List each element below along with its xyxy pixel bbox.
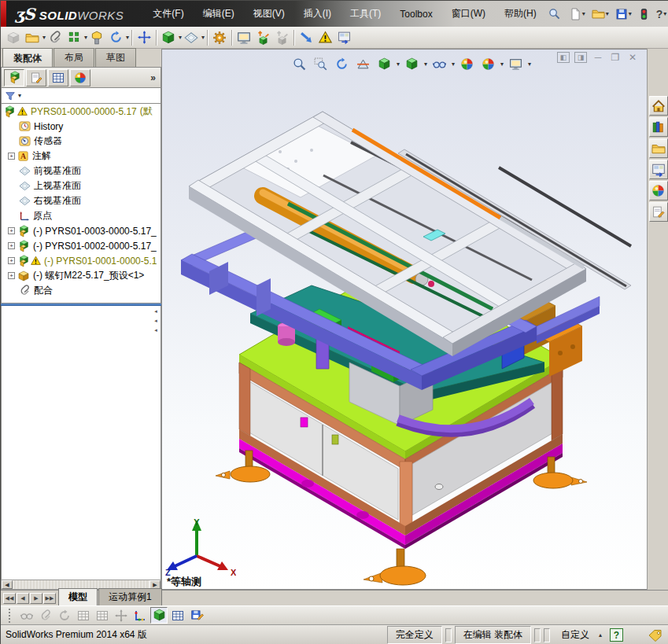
playback-lines-button[interactable] xyxy=(75,607,92,624)
doc-restore-icon[interactable]: ❐ xyxy=(609,52,622,63)
chevron-down-icon[interactable]: ▾ xyxy=(500,61,504,68)
tree-item-subassembly-0003[interactable]: +(-) PYRS01-0003-0000-5.17_ xyxy=(2,223,161,238)
tab-motion-study-1[interactable]: 运动算例1 xyxy=(98,588,162,605)
chevron-down-icon[interactable]: ▾ xyxy=(663,10,666,17)
tree-item-annotations[interactable]: +注解 xyxy=(2,149,161,164)
tree-item-mates[interactable]: 配合 xyxy=(2,283,161,298)
linear-component-pattern-button[interactable] xyxy=(65,28,83,47)
apply-scene-button[interactable] xyxy=(478,54,497,73)
tree-item-top-plane[interactable]: 上视基准面 xyxy=(2,178,161,193)
filter-funnel-icon[interactable] xyxy=(5,90,16,101)
tab-layout[interactable]: 布局 xyxy=(54,48,94,67)
reference-geometry-button[interactable] xyxy=(182,28,201,47)
tree-item-history[interactable]: History xyxy=(2,119,161,134)
save-animation-button[interactable] xyxy=(188,607,205,624)
menu-edit[interactable]: 编辑(E) xyxy=(194,4,243,24)
tree-item-subassembly-0002[interactable]: +(-) PYRS01-0002-0000-5.17_ xyxy=(2,238,161,253)
tree-item-front-plane[interactable]: 前视基准面 xyxy=(2,164,161,178)
chevron-down-icon[interactable]: ▾ xyxy=(201,34,205,41)
chevron-down-icon[interactable]: ▾ xyxy=(582,10,585,17)
menu-help[interactable]: 帮助(H) xyxy=(496,4,545,24)
expand-icon[interactable]: + xyxy=(8,272,15,279)
menu-view[interactable]: 视图(V) xyxy=(245,4,293,24)
interference-detection-button[interactable] xyxy=(297,28,316,47)
tree-item-root[interactable]: PYRS01-0000-0000-5.17 (默 xyxy=(2,104,161,119)
insert-from-file-button[interactable] xyxy=(23,28,42,47)
custom-status[interactable]: 自定义 xyxy=(553,627,591,643)
rotate-component-button[interactable] xyxy=(106,28,125,47)
zoom-to-area-button[interactable] xyxy=(311,54,330,73)
view-palette-tab[interactable] xyxy=(649,160,668,179)
chevron-down-icon[interactable]: ▾ xyxy=(606,10,609,17)
tree-item-origin[interactable]: 原点 xyxy=(2,208,161,223)
preview-window-button[interactable] xyxy=(234,28,253,47)
expand-icon[interactable]: + xyxy=(8,242,15,249)
tab-assembly[interactable]: 装配体 xyxy=(2,48,53,68)
exploded-view-button[interactable] xyxy=(253,28,272,47)
view-settings-button[interactable] xyxy=(506,54,525,73)
scroll-left-icon[interactable]: ◀ xyxy=(2,580,13,589)
chevron-down-icon[interactable]: ▾ xyxy=(424,61,427,68)
rebuild-traffic-light-icon[interactable] xyxy=(636,6,652,23)
status-expand-icon[interactable]: ▴ xyxy=(594,631,607,638)
solidworks-resources-tab[interactable] xyxy=(649,96,668,116)
bill-of-materials-button[interactable] xyxy=(334,28,353,47)
panel-splitter-handle[interactable]: ◂◂◂ xyxy=(152,308,160,340)
expand-icon[interactable]: + xyxy=(8,257,15,264)
mate-button[interactable] xyxy=(46,28,65,47)
chevron-down-icon[interactable]: ▾ xyxy=(629,10,632,17)
playback-grid-button[interactable] xyxy=(94,607,111,624)
insert-component-button[interactable] xyxy=(4,28,23,47)
animation-filter-button[interactable] xyxy=(18,607,35,624)
hide-show-items-button[interactable] xyxy=(430,54,448,73)
smart-fasteners-button[interactable] xyxy=(87,28,106,47)
view-orientation-button[interactable] xyxy=(375,54,393,73)
chevron-down-icon[interactable]: ▾ xyxy=(452,61,455,68)
chevron-down-icon[interactable]: ▾ xyxy=(397,61,400,68)
edit-appearance-button[interactable] xyxy=(457,54,476,73)
tree-item-sensors[interactable]: 传感器 xyxy=(2,134,161,149)
save-document-button[interactable]: ▾ xyxy=(613,6,634,23)
pane-left-icon[interactable]: ◧ xyxy=(557,52,570,63)
featuremanager-tree-tab[interactable] xyxy=(4,69,24,86)
next-tab-icon[interactable]: ▶ xyxy=(30,593,42,604)
last-tab-icon[interactable]: ▶▶ xyxy=(43,593,56,604)
appearance-manager-tab[interactable] xyxy=(70,69,90,86)
property-manager-tab[interactable] xyxy=(26,69,46,86)
configuration-manager-tab[interactable] xyxy=(48,69,68,86)
expand-icon[interactable]: + xyxy=(8,227,15,234)
chevron-down-icon[interactable]: ▾ xyxy=(528,61,531,68)
key-properties-button[interactable] xyxy=(131,607,149,624)
first-tab-icon[interactable]: ◀◀ xyxy=(3,593,16,604)
toolbar-grip[interactable] xyxy=(9,609,12,623)
assembly-features-button[interactable] xyxy=(159,28,178,47)
display-style-button[interactable] xyxy=(402,54,421,73)
appearances-tab[interactable] xyxy=(649,181,668,201)
open-document-button[interactable]: ▾ xyxy=(589,5,611,23)
help-button[interactable]: ?▾ xyxy=(654,6,668,23)
motion-filter-button[interactable] xyxy=(37,607,54,624)
search-icon[interactable] xyxy=(548,6,560,22)
custom-properties-tab[interactable] xyxy=(649,202,668,222)
section-view-button[interactable] xyxy=(353,54,372,73)
chevron-down-icon[interactable]: ▾ xyxy=(18,92,21,99)
doc-close-icon[interactable]: ✕ xyxy=(626,52,639,63)
tree-item-right-plane[interactable]: 右视基准面 xyxy=(2,193,161,208)
menu-toolbox[interactable]: Toolbox xyxy=(391,6,441,23)
file-explorer-tab[interactable] xyxy=(649,138,668,158)
tree-filter-bar[interactable]: ▾ xyxy=(1,88,161,104)
menu-insert[interactable]: 插入(I) xyxy=(295,4,340,24)
tab-sketch[interactable]: 草图 xyxy=(95,48,136,67)
tab-model[interactable]: 模型 xyxy=(58,588,98,605)
assembly-xpert-button[interactable] xyxy=(316,28,334,47)
doc-minimize-icon[interactable]: ─ xyxy=(592,52,604,63)
panel-overflow-chevron[interactable]: » xyxy=(150,72,158,83)
playback-loop-button[interactable] xyxy=(113,607,130,624)
menu-file[interactable]: 文件(F) xyxy=(144,4,192,24)
playback-filter-button[interactable] xyxy=(56,607,73,624)
design-library-tab[interactable] xyxy=(649,117,668,137)
new-document-button[interactable]: ▾ xyxy=(567,6,588,23)
menu-tools[interactable]: 工具(T) xyxy=(341,4,389,24)
tag-icon[interactable] xyxy=(648,629,662,642)
quick-tips-icon[interactable]: ? xyxy=(610,628,623,642)
